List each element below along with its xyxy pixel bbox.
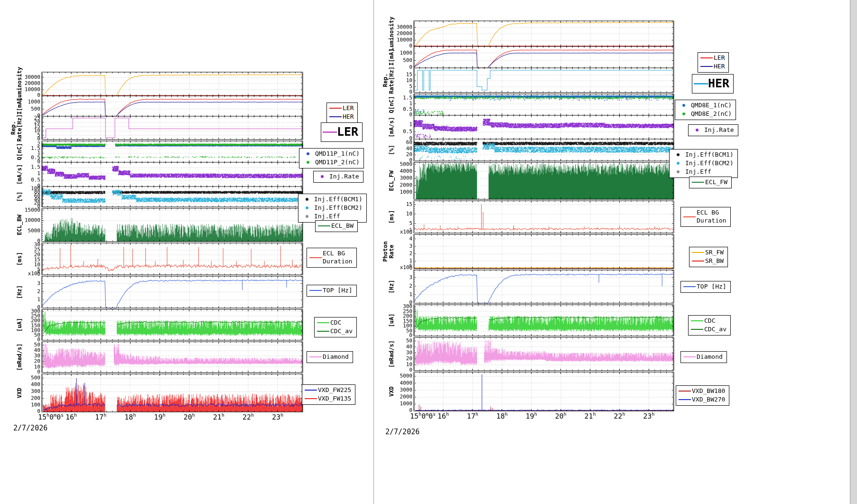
line-glyph: [323, 131, 337, 133]
legend-entry: LER: [699, 54, 725, 62]
series-line-icon: [678, 399, 692, 400]
series-dot-icon: [677, 104, 691, 107]
series-line-icon: [328, 116, 343, 117]
legend-label: Inj.Eff(BCM2): [685, 159, 734, 168]
legend-entry: QMD11P_2(nC): [301, 159, 360, 167]
legend-right-ecl: ECL_FW: [689, 177, 732, 188]
series-dot-icon: [300, 215, 314, 218]
legend-label: QMD8E_2(nC): [691, 110, 732, 118]
legend-label: Inj.Eff: [685, 168, 711, 176]
legend-label: QMD8E_1(nC): [691, 102, 732, 110]
dot-glyph: [682, 104, 685, 107]
legend-entry: ECL BG Duration: [308, 250, 353, 266]
series-dot-icon: [671, 162, 685, 165]
line-glyph: [683, 216, 696, 217]
series-line-icon: [699, 66, 714, 67]
series-line-icon: [323, 131, 337, 133]
series-line-icon: [304, 398, 318, 399]
legend-entry: VXD_FW225: [304, 386, 351, 394]
legend-entry: LER: [323, 124, 358, 140]
series-dot-icon: [671, 170, 685, 173]
dot-glyph: [306, 198, 308, 201]
legend-left-inj-eff: Inj.Eff(BCM1)Inj.Eff(BCM2)Inj.Eff: [298, 194, 367, 223]
series-dot-icon: [690, 129, 704, 131]
legend-label: HER: [708, 76, 729, 92]
legend-label: HER: [343, 113, 354, 121]
legend-entry: TOP [Hz]: [308, 287, 353, 295]
series-line-icon: [316, 322, 330, 323]
background-monitor-page: { "chart_data": { "type": "line", "descr…: [0, 0, 857, 504]
dot-glyph: [321, 175, 324, 178]
series-dot-icon: [671, 153, 685, 156]
line-glyph: [309, 290, 322, 291]
legend-entry: Inj.Eff(BCM2): [300, 204, 363, 212]
legend-entry: TOP [Hz]: [682, 283, 727, 291]
legend-entry: VXD_BW180: [678, 387, 725, 395]
legend-entry: SR_BW: [691, 257, 724, 265]
legend-label: VXD_FW225: [318, 386, 351, 394]
legend-right-sr: SR_FWSR_BW: [689, 247, 728, 267]
legend-label: HER: [714, 63, 725, 71]
legend-label: LER: [343, 104, 354, 112]
series-line-icon: [682, 216, 697, 217]
legend-left-diamond: Diamond: [307, 351, 353, 363]
legend-label: VXD_BW270: [692, 396, 725, 404]
line-glyph: [683, 286, 696, 287]
series-line-icon: [691, 261, 705, 261]
legend-label: SR_FW: [705, 249, 724, 257]
legend-entry: QMD11P_1(nC): [301, 150, 360, 158]
series-line-icon: [308, 356, 323, 357]
legend-label: ECL BG Duration: [697, 209, 727, 225]
line-glyph: [305, 390, 317, 391]
legend-label: Diamond: [697, 353, 723, 361]
legend-entry: CDC: [690, 317, 727, 325]
legend-right-diamond: Diamond: [680, 351, 727, 363]
legend-label: TOP [Hz]: [697, 283, 727, 291]
legend-label: Inj.Eff(BCM1): [685, 151, 734, 159]
series-line-icon: [691, 182, 705, 183]
legend-entry: HER: [328, 113, 354, 121]
legend-label: TOP [Hz]: [323, 287, 353, 295]
legend-entry: CDC_av: [690, 326, 727, 334]
legend-entry: Inj.Eff(BCM1): [671, 151, 734, 159]
legend-label: CDC: [704, 317, 715, 325]
legend-label: SR_BW: [705, 257, 724, 265]
legend-label: Diamond: [323, 353, 349, 361]
legend-label: VXD_FW135: [318, 395, 351, 403]
legend-left-top: TOP [Hz]: [307, 285, 357, 297]
legend-right-ring: HER: [692, 74, 734, 93]
legend-right-inj-rate: Inj.Rate: [688, 124, 738, 136]
line-glyph: [309, 257, 322, 258]
series-dot-icon: [315, 175, 329, 178]
legend-left-cdc: CDCCDC_av: [314, 317, 357, 337]
line-glyph: [305, 398, 317, 399]
legend-left-inj-rate: Inj.Rate: [313, 171, 363, 183]
dot-glyph: [677, 170, 680, 173]
series-line-icon: [308, 257, 323, 258]
line-glyph: [309, 356, 322, 357]
legend-left-charge: QMD11P_1(nC)QMD11P_2(nC): [299, 148, 364, 168]
legend-left-ecl: ECL_BW: [315, 220, 358, 232]
series-line-icon: [682, 356, 697, 357]
series-dot-icon: [300, 198, 314, 201]
series-dot-icon: [301, 161, 315, 164]
legend-left-ecl-bg: ECL BG Duration: [307, 248, 357, 268]
series-line-icon: [678, 391, 692, 392]
legend-right-charge: QMD8E_1(nC)QMD8E_2(nC): [675, 100, 736, 120]
legend-right-vxd: VXD_BW180VXD_BW270: [676, 385, 729, 406]
legend-right-top: TOP [Hz]: [680, 281, 731, 293]
line-glyph: [318, 225, 330, 226]
line-glyph: [700, 66, 713, 67]
dot-glyph: [307, 161, 309, 164]
date-label-left: 2/7/2026: [13, 424, 47, 432]
legend-entry: Diamond: [682, 353, 723, 361]
line-glyph: [317, 322, 329, 323]
legend-entry: Inj.Eff: [671, 168, 734, 176]
dot-glyph: [696, 129, 699, 131]
legend-label: LER: [337, 124, 358, 140]
line-glyph: [683, 356, 696, 357]
series-dot-icon: [301, 152, 315, 155]
legend-label: CDC: [330, 319, 341, 327]
legend-entry: ECL_BW: [317, 222, 354, 230]
legend-right-ecl-bg: ECL BG Duration: [680, 207, 731, 227]
